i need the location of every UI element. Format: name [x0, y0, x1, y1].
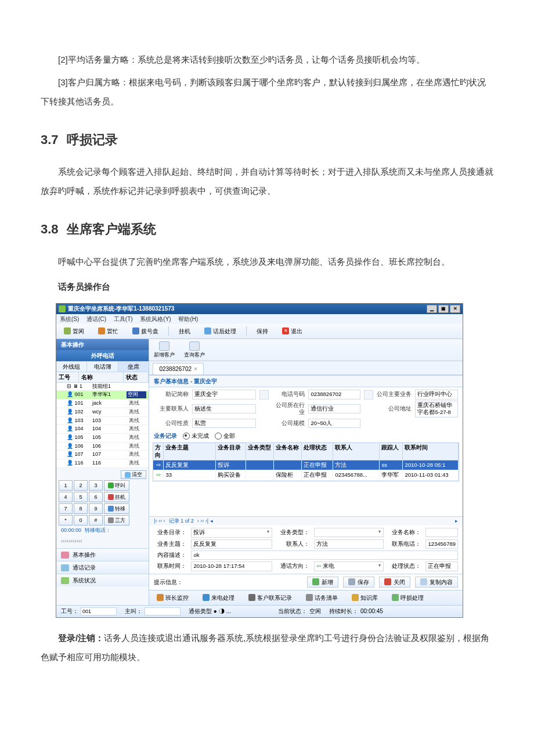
radio-undone[interactable]: [183, 433, 190, 440]
conference-button[interactable]: 三方: [104, 515, 129, 525]
left-pane: 基本操作 外呼电话 外线组 电话簿 坐席 工号 名称 状态 ⊟ 🖥 1技能组1 …: [56, 339, 149, 605]
type-input[interactable]: [314, 528, 384, 537]
fphone-input[interactable]: 123456789: [425, 539, 458, 549]
key-star[interactable]: *: [59, 515, 73, 525]
agent-row[interactable]: 👤 102wcy离线: [56, 408, 149, 417]
key-7[interactable]: 7: [59, 503, 73, 514]
menubar: 系统(S) 通话(C) 工具(T) 系统风格(Y) 帮助(H): [56, 314, 463, 324]
addr-value[interactable]: 重庆石桥铺华宇名都5-27-8: [415, 401, 458, 417]
tab-customer[interactable]: 0238826702×: [153, 363, 203, 375]
tab-trunk[interactable]: 外线组: [56, 362, 87, 372]
mod-incoming[interactable]: 来电处理: [199, 592, 239, 603]
login-text: 话务人员连接或退出通讯服务器系统,系统根据登录坐席旳工号进行身份合法验证及权限鉴…: [41, 633, 489, 662]
topic-input[interactable]: 反反复复: [191, 539, 272, 549]
industry-value[interactable]: 通信行业: [308, 404, 360, 413]
desc-label: 内容描述：: [154, 552, 186, 559]
mod-kb[interactable]: 知识库: [348, 592, 382, 603]
disk-icon: [348, 578, 355, 585]
acc-basic-ops[interactable]: 基本操作: [56, 548, 149, 561]
fcontact-label: 联系人：: [277, 541, 309, 548]
transfer-button[interactable]: 转移: [104, 503, 129, 514]
busy-icon: [98, 327, 105, 334]
desc-input[interactable]: ok: [191, 550, 458, 560]
aftercall-button[interactable]: 话后处理: [200, 326, 240, 337]
close-button2[interactable]: 关闭: [379, 577, 410, 588]
hangup-button[interactable]: 挂机: [175, 326, 194, 337]
tab-phonebook[interactable]: 电话簿: [87, 362, 118, 372]
new-customer-button[interactable]: 新增客户: [154, 341, 175, 359]
key-9[interactable]: 9: [89, 503, 103, 514]
menu-system[interactable]: 系统(S): [60, 316, 79, 322]
agent-row[interactable]: 👤 107107离线: [56, 451, 149, 459]
mnemonic-value[interactable]: 重庆全宇: [192, 390, 256, 399]
fstatus-input[interactable]: 正在申报: [425, 561, 458, 571]
app-window: 重庆全宇坐席系统-李华军1-13880321573 ▁ ▣ ✕ 系统(S) 通话…: [56, 303, 463, 618]
agent-row[interactable]: 👤 001李华军1空闲: [56, 391, 149, 399]
hang-button[interactable]: 挂机: [104, 492, 129, 502]
copy-button[interactable]: 复制内容: [415, 577, 458, 588]
ftime-input[interactable]: 2010-10-28 17:17:54: [191, 561, 272, 571]
call-button[interactable]: 呼叫: [104, 480, 129, 491]
agent-row[interactable]: 👤 103103离线: [56, 417, 149, 426]
phone-icon[interactable]: [364, 390, 373, 399]
grid-row[interactable]: ⇨反反复复投诉正在申报方法ss2010-10-28 05:1: [153, 460, 459, 470]
agent-row[interactable]: 👤 101jack离线: [56, 399, 149, 408]
key-0[interactable]: 0: [74, 515, 88, 525]
mod-loss[interactable]: 呼损处理: [388, 592, 428, 603]
tree-group[interactable]: ⊟ 🖥 1技能组1: [56, 383, 149, 391]
agent-row[interactable]: 👤 105105离线: [56, 434, 149, 442]
exit-button[interactable]: ✕退出: [278, 326, 306, 337]
busy-button[interactable]: 置忙: [94, 326, 122, 337]
agent-row[interactable]: 👤 104104离线: [56, 425, 149, 434]
menu-help[interactable]: 帮助(H): [178, 316, 198, 322]
phone-value[interactable]: 0238826702: [308, 390, 360, 399]
dialpad-button[interactable]: 拨号盘: [128, 326, 163, 337]
acc-call-log[interactable]: 通话记录: [56, 561, 149, 574]
query-customer-button[interactable]: 查询客户: [184, 341, 205, 359]
mod-contactlog[interactable]: 客户联系记录: [244, 592, 296, 603]
menu-tools[interactable]: 工具(T): [114, 316, 133, 322]
agent-tree[interactable]: ⊟ 🖥 1技能组1 👤 001李华军1空闲👤 101jack离线👤 102wcy…: [56, 383, 149, 468]
key-4[interactable]: 4: [59, 492, 73, 502]
key-6[interactable]: 6: [89, 492, 103, 502]
contact-value[interactable]: 杨述生: [192, 404, 256, 413]
radio-all[interactable]: [215, 433, 222, 440]
acc-sys-status[interactable]: 系统状况: [56, 574, 149, 586]
agent-row[interactable]: 👤 116116离线: [56, 459, 149, 468]
scale-value[interactable]: 20~50人: [308, 419, 360, 428]
menu-style[interactable]: 系统风格(Y): [140, 316, 171, 322]
dir-input[interactable]: ⇦ 来电: [314, 561, 384, 571]
agent-row[interactable]: 👤 106106离线: [56, 442, 149, 451]
fcontact-input[interactable]: 方法: [314, 539, 384, 549]
key-5[interactable]: 5: [74, 492, 88, 502]
grid-row[interactable]: ⇨33购买设备保险柜正在申报023456788...李华军2010-11-03 …: [153, 470, 459, 480]
key-hash[interactable]: #: [89, 515, 103, 525]
aftercall-icon: [204, 327, 211, 334]
edit-icon[interactable]: [259, 390, 269, 399]
menu-call[interactable]: 通话(C): [86, 316, 106, 322]
key-1[interactable]: 1: [59, 480, 73, 491]
nature-value[interactable]: 私营: [192, 419, 256, 428]
tab-seat[interactable]: 坐席: [118, 362, 149, 372]
key-8[interactable]: 8: [74, 503, 88, 514]
cat-input[interactable]: 投诉: [191, 528, 272, 537]
idle-button[interactable]: 置闲: [60, 326, 88, 337]
key-3[interactable]: 3: [89, 480, 103, 491]
key-2[interactable]: 2: [74, 480, 88, 491]
add-button[interactable]: 新增: [307, 577, 338, 588]
maximize-button[interactable]: ▣: [438, 305, 449, 313]
heading-number: 3.7: [41, 132, 59, 147]
cat-label: 业务目录：: [154, 529, 186, 536]
mod-supervisor[interactable]: 班长监控: [153, 592, 193, 603]
name-input[interactable]: [425, 528, 458, 537]
close-button[interactable]: ✕: [450, 305, 460, 313]
pager[interactable]: |‹ ‹‹ ‹记录 1 of 2› ›› ›| ◂ ▸: [149, 516, 463, 526]
hold-button[interactable]: 保持: [252, 326, 272, 337]
tab-close-icon[interactable]: ×: [194, 365, 197, 373]
clear-button[interactable]: 清空: [121, 470, 146, 480]
mainbiz-value[interactable]: 行业呼叫中心: [415, 390, 458, 399]
mod-calllist[interactable]: 话务清单: [302, 592, 342, 603]
minimize-button[interactable]: ▁: [427, 305, 437, 313]
save-button[interactable]: 保存: [343, 577, 374, 588]
tip-label: 提示信息：: [154, 578, 183, 586]
